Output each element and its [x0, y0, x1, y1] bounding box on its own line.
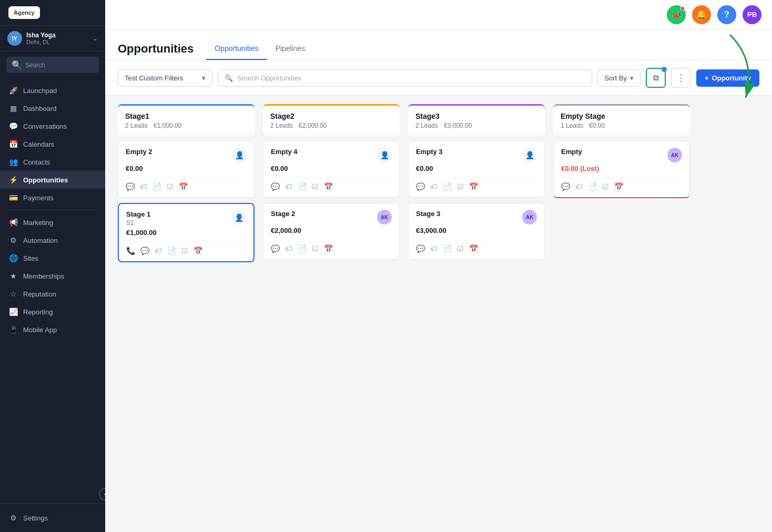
kanban-column-empty-stage: Empty Stage 1 Leads €0.00 Empty AK €0.00… [553, 104, 690, 198]
calendar-icon[interactable]: 📅 [614, 182, 623, 191]
kanban-card-empty2[interactable]: Empty 2 👤 €0.00 💬 🏷 📄 ☑ 📅 [118, 141, 255, 198]
kanban-card-stage3[interactable]: Stage 3 AK €3,000.00 💬 🏷 📄 ☑ 📅 [408, 203, 545, 260]
filter-label: Test Custom Filters [125, 74, 183, 82]
megaphone-button[interactable]: 📣 [667, 5, 686, 24]
task-icon[interactable]: ☑ [457, 182, 464, 191]
column-title: Stage1 [125, 112, 247, 120]
task-icon[interactable]: ☑ [602, 182, 609, 191]
notification-bell-button[interactable]: 🔔 [692, 5, 711, 24]
document-icon[interactable]: 📄 [443, 244, 452, 253]
task-icon[interactable]: ☑ [457, 244, 464, 253]
chat-icon[interactable]: 💬 [140, 247, 149, 255]
document-icon[interactable]: 📄 [443, 182, 452, 191]
calendar-icon[interactable]: 📅 [324, 182, 333, 191]
kanban-card-empty3[interactable]: Empty 3 👤 €0.00 💬 🏷 📄 ☑ 📅 [408, 141, 545, 198]
card-title: Empty [561, 148, 582, 156]
sidebar-item-settings[interactable]: ⚙ Settings [0, 509, 105, 527]
document-icon[interactable]: 📄 [588, 182, 597, 191]
user-profile[interactable]: IY Isha Yoga Delhi, DL ⌄ [0, 26, 105, 52]
sidebar-item-payments[interactable]: 💳 Payments [0, 189, 105, 207]
tag-icon[interactable]: 🏷 [430, 182, 438, 191]
sidebar-item-memberships[interactable]: ★ Memberships [0, 267, 105, 285]
calendar-icon[interactable]: 📅 [194, 247, 202, 255]
leads-amount: €1,000.00 [154, 122, 181, 129]
automation-icon: ⚙ [8, 236, 18, 244]
column-meta: 2 Leads €1,000.00 [125, 122, 247, 129]
calendars-icon: 📅 [8, 140, 18, 148]
kanban-card-stage2[interactable]: Stage 2 AK €2,000.00 💬 🏷 📄 ☑ 📅 [263, 203, 400, 260]
more-dots-icon: ⋮ [676, 72, 686, 84]
settings-icon: ⚙ [8, 514, 18, 522]
document-icon[interactable]: 📄 [153, 182, 161, 191]
topbar: 📣 🔔 ? PB [105, 0, 772, 29]
sidebar-item-mobile-app[interactable]: 📱 Mobile App [0, 321, 105, 339]
search-opportunities-box[interactable]: 🔍 Search Opportunities [218, 69, 592, 87]
sidebar-item-reputation[interactable]: ☆ Reputation [0, 285, 105, 303]
sidebar-item-launchpad[interactable]: 🚀 Launchpad [0, 81, 105, 99]
tag-icon[interactable]: 🏷 [140, 182, 147, 191]
task-icon[interactable]: ☑ [312, 182, 319, 191]
filter-button[interactable]: ⧉ [646, 68, 666, 88]
card-title: Stage 2 [271, 210, 295, 218]
chat-icon[interactable]: 💬 [271, 244, 280, 253]
card-actions: 💬 🏷 📄 ☑ 📅 [271, 178, 392, 191]
sidebar-item-dashboard[interactable]: ▦ Dashboard [0, 99, 105, 117]
kanban-column-stage3: Stage3 2 Leads €3,000.00 Empty 3 👤 €0.00 [408, 104, 545, 260]
sidebar-item-contacts[interactable]: 👥 Contacts [0, 153, 105, 171]
card-title: Empty 3 [416, 148, 443, 156]
task-icon[interactable]: ☑ [181, 247, 188, 255]
document-icon[interactable]: 📄 [298, 244, 307, 253]
column-header-stage2: Stage2 2 Leads €2,000.00 [263, 104, 400, 136]
agency-logo[interactable]: Agency [8, 6, 40, 19]
sidebar-item-label: Dashboard [23, 105, 57, 112]
kanban-card-empty4[interactable]: Empty 4 👤 €0.00 💬 🏷 📄 ☑ 📅 [263, 141, 400, 198]
task-icon[interactable]: ☑ [167, 182, 174, 191]
more-options-button[interactable]: ⋮ [671, 68, 691, 88]
sidebar-item-automation[interactable]: ⚙ Automation [0, 231, 105, 249]
calendar-icon[interactable]: 📅 [469, 244, 478, 253]
sidebar-item-opportunities[interactable]: ⚡ Opportunities [0, 171, 105, 189]
tab-opportunities[interactable]: Opportunities [206, 38, 267, 60]
tab-pipelines[interactable]: Pipelines [267, 38, 314, 60]
sidebar-item-calendars[interactable]: 📅 Calendars [0, 135, 105, 153]
kanban-card-stage1[interactable]: Stage 1 S1 👤 €1,000.00 📞 💬 🏷 📄 ☑ 📅 [118, 203, 255, 262]
chat-icon[interactable]: 💬 [126, 182, 135, 191]
sidebar-item-sites[interactable]: 🌐 Sites [0, 249, 105, 267]
payments-icon: 💳 [8, 193, 18, 202]
user-avatar-button[interactable]: PB [743, 5, 761, 24]
sidebar-search-box[interactable]: 🔍 ⌘K ⚡ [6, 57, 99, 73]
chat-icon[interactable]: 💬 [416, 244, 425, 253]
chat-icon[interactable]: 💬 [271, 182, 280, 191]
tag-icon[interactable]: 🏷 [155, 247, 162, 255]
task-icon[interactable]: ☑ [312, 244, 319, 253]
chat-icon[interactable]: 💬 [561, 182, 570, 191]
sidebar-item-label: Memberships [23, 272, 64, 280]
sidebar-item-conversations[interactable]: 💬 Conversations [0, 117, 105, 135]
sort-by-button[interactable]: Sort By ▾ [597, 69, 641, 87]
page-header: Opportunities Opportunities Pipelines [105, 29, 772, 60]
sidebar-item-marketing[interactable]: 📢 Marketing [0, 213, 105, 231]
page-title-row: Opportunities Opportunities Pipelines [118, 38, 759, 60]
document-icon[interactable]: 📄 [167, 247, 176, 255]
document-icon[interactable]: 📄 [298, 182, 307, 191]
phone-icon[interactable]: 📞 [126, 247, 135, 255]
sidebar-item-reporting[interactable]: 📈 Reporting [0, 303, 105, 321]
add-opportunity-button[interactable]: + Opportunity [696, 69, 759, 87]
sidebar-item-label: Mobile App [23, 326, 57, 334]
calendar-icon[interactable]: 📅 [324, 244, 333, 253]
memberships-icon: ★ [8, 272, 18, 280]
calendar-icon[interactable]: 📅 [469, 182, 478, 191]
tag-icon[interactable]: 🏷 [575, 182, 583, 191]
calendar-icon[interactable]: 📅 [179, 182, 188, 191]
user-name: Isha Yoga [26, 32, 93, 39]
chat-icon[interactable]: 💬 [416, 182, 425, 191]
tag-icon[interactable]: 🏷 [430, 244, 438, 253]
help-button[interactable]: ? [717, 5, 736, 24]
kanban-card-empty-lost[interactable]: Empty AK €0.00 (Lost) 💬 🏷 📄 ☑ 📅 [553, 141, 690, 198]
search-input[interactable] [25, 62, 104, 69]
tag-icon[interactable]: 🏷 [285, 244, 292, 253]
leads-count: 2 Leads [415, 122, 438, 129]
filter-select[interactable]: Test Custom Filters ▾ [118, 69, 212, 87]
tag-icon[interactable]: 🏷 [285, 182, 292, 191]
card-header: Stage 2 AK [271, 210, 392, 224]
